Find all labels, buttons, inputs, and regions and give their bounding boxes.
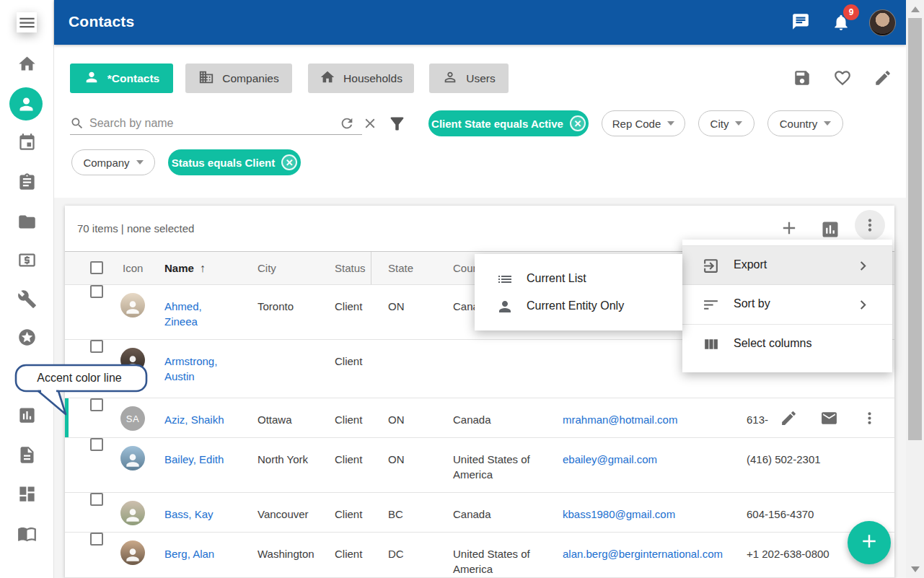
submenu-item-current-entity-only[interactable]: Current Entity Only xyxy=(475,293,682,320)
tab-companies[interactable]: Companies xyxy=(185,64,292,93)
column-header-state[interactable]: State xyxy=(388,262,413,274)
sidebar-book-icon[interactable] xyxy=(17,523,37,543)
email-cell: alan.berg@berginternational.com xyxy=(563,546,739,561)
contact-name-link: Armstrong, Austin xyxy=(164,354,233,384)
email-link[interactable]: ebailey@gmail.com xyxy=(563,453,657,465)
city-cell: Toronto xyxy=(258,299,324,314)
email-cell: ebailey@gmail.com xyxy=(563,452,739,467)
submenu-item-current-list[interactable]: Current List xyxy=(475,266,682,293)
add-column-icon[interactable] xyxy=(779,218,799,238)
country-cell: Canada xyxy=(453,507,555,522)
menu-item-export[interactable]: Export xyxy=(682,245,892,285)
sidebar-home-icon[interactable] xyxy=(17,53,37,74)
menu-item-label: Export xyxy=(734,258,767,271)
remove-filter-icon[interactable]: ✕ xyxy=(281,154,297,170)
sidebar-calendar-icon[interactable] xyxy=(17,132,37,152)
row-checkbox[interactable] xyxy=(90,398,103,411)
scrollbar-thumb[interactable] xyxy=(908,18,922,440)
name-link[interactable]: Bailey, Edith xyxy=(164,453,224,465)
table-row[interactable]: SAAziz, ShaikhOttawaClientONCanadamrahma… xyxy=(65,398,894,438)
email-link[interactable]: alan.berg@berginternational.com xyxy=(563,548,723,560)
state-cell: ON xyxy=(388,452,440,467)
chevron-right-icon xyxy=(854,296,872,314)
close-icon[interactable] xyxy=(362,115,378,131)
menu-item-label: Select columns xyxy=(734,337,812,350)
filter-chip-status-equals-client[interactable]: Status equals Client✕ xyxy=(168,149,301,175)
state-cell: ON xyxy=(388,412,440,427)
row-checkbox[interactable] xyxy=(90,493,103,506)
column-header-icon[interactable]: Icon xyxy=(123,262,143,274)
scroll-down-arrow[interactable] xyxy=(911,566,920,572)
tab-households[interactable]: Households xyxy=(308,64,414,93)
name-link[interactable]: Bass, Kay xyxy=(164,508,214,520)
menu-item-select-columns[interactable]: Select columns xyxy=(682,325,892,364)
row-pencil-icon[interactable] xyxy=(780,409,798,427)
sidebar-star-icon[interactable] xyxy=(17,327,37,347)
contact-name-link: Bass, Kay xyxy=(164,507,233,522)
table-row[interactable]: Bailey, EdithNorth YorkClientONUnited St… xyxy=(65,438,894,493)
row-more-vert-icon[interactable] xyxy=(861,409,879,427)
select-all-checkbox[interactable] xyxy=(90,261,103,274)
row-checkbox[interactable] xyxy=(90,285,103,298)
export-submenu: Current ListCurrent Entity Only xyxy=(475,254,682,330)
filter-chip-client-state-equals-active[interactable]: Client State equals Active✕ xyxy=(428,110,589,136)
save-button[interactable] xyxy=(793,69,811,87)
sidebar-dashboard-icon[interactable] xyxy=(17,483,37,504)
search-input[interactable] xyxy=(70,113,362,135)
email-cell: mrahman@hotmail.com xyxy=(563,412,739,427)
filter-chip-rep-code[interactable]: Rep Code xyxy=(602,110,685,136)
city-cell: Vancouver xyxy=(258,507,324,522)
name-link[interactable]: Armstrong, Austin xyxy=(164,355,217,382)
submenu-item-label: Current Entity Only xyxy=(527,299,624,312)
column-header-name[interactable]: Name↑ xyxy=(164,262,206,275)
sidebar-wrench-icon[interactable] xyxy=(17,289,37,309)
sidebar-chart-icon[interactable] xyxy=(17,405,37,425)
name-link[interactable]: Ahmed, Zineea xyxy=(164,300,202,328)
person-outline-icon xyxy=(442,69,458,88)
hamburger-menu-icon[interactable] xyxy=(17,12,37,32)
email-link[interactable]: mrahman@hotmail.com xyxy=(563,413,677,426)
tab-users[interactable]: Users xyxy=(429,64,509,93)
filter-funnel-icon[interactable] xyxy=(387,114,407,133)
filter-chip-company[interactable]: Company xyxy=(71,149,155,175)
table-row[interactable]: Berg, AlanWashingtonClientDCUnited State… xyxy=(65,533,894,578)
chevron-right-icon xyxy=(854,257,872,275)
user-avatar[interactable] xyxy=(869,9,896,36)
email-link[interactable]: kbass1980@gmail.com xyxy=(563,508,675,520)
tab-contacts[interactable]: *Contacts xyxy=(70,64,173,93)
remove-filter-icon[interactable]: ✕ xyxy=(570,115,586,131)
country-cell: United States of America xyxy=(453,452,555,482)
refresh-icon[interactable] xyxy=(339,115,355,131)
row-checkbox[interactable] xyxy=(90,533,103,546)
more-options-button[interactable] xyxy=(855,210,885,240)
menu-item-sort-by[interactable]: Sort by xyxy=(682,285,892,325)
chart-icon[interactable] xyxy=(820,219,840,240)
vertical-scrollbar[interactable] xyxy=(906,0,924,578)
name-link[interactable]: Aziz, Shaikh xyxy=(164,413,224,426)
filter-panel: *ContactsCompaniesHouseholdsUsers Client… xyxy=(54,45,906,198)
filter-chip-city[interactable]: City xyxy=(698,110,754,136)
row-checkbox[interactable] xyxy=(90,438,103,451)
sidebar-item-contacts-active[interactable] xyxy=(9,87,43,121)
chat-icon[interactable] xyxy=(791,12,810,31)
sidebar-money-icon[interactable] xyxy=(17,250,37,270)
row-mail-icon[interactable] xyxy=(820,409,838,427)
plus-icon xyxy=(858,530,880,555)
sidebar-clipboard-icon[interactable] xyxy=(17,172,37,192)
sidebar-file-icon[interactable] xyxy=(17,445,37,465)
add-contact-fab[interactable] xyxy=(848,521,891,564)
column-header-city[interactable]: City xyxy=(258,262,276,274)
row-checkbox[interactable] xyxy=(90,340,103,353)
pencil-button[interactable] xyxy=(874,69,892,87)
name-link[interactable]: Berg, Alan xyxy=(164,548,214,560)
column-header-status[interactable]: Status xyxy=(335,262,366,274)
heart-button[interactable] xyxy=(833,69,852,87)
sidebar-folder-icon[interactable] xyxy=(17,211,37,232)
tab-label: *Contacts xyxy=(107,72,159,85)
status-cell: Client xyxy=(335,452,379,467)
scroll-up-arrow[interactable] xyxy=(911,6,920,12)
avatar: SA xyxy=(120,406,145,431)
page-title: Contacts xyxy=(69,13,134,30)
table-row[interactable]: Bass, KayVancouverClientBCCanadakbass198… xyxy=(65,493,894,533)
filter-chip-country[interactable]: Country xyxy=(767,110,843,136)
